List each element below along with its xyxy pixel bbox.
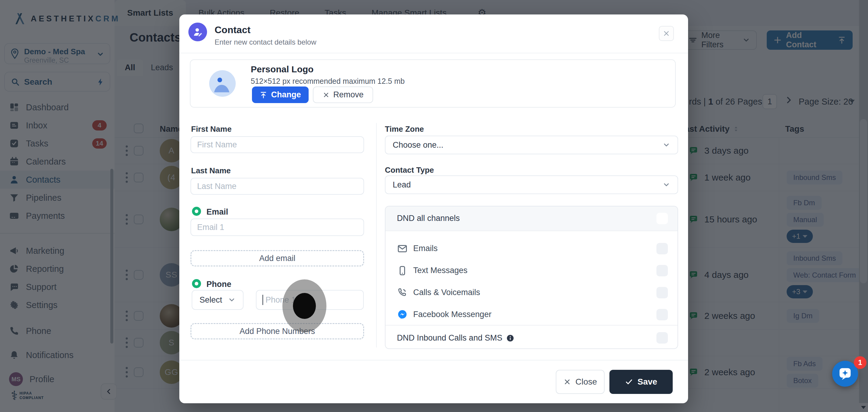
remove-logo-label: Remove (333, 90, 364, 99)
chevron-down-icon (662, 181, 670, 189)
dnd-inbound-row: DND Inbound Calls and SMS (385, 325, 678, 349)
chevron-down-icon (228, 296, 236, 304)
chevron-down-icon (662, 141, 670, 149)
phone-label: Phone (207, 280, 231, 289)
save-button-label: Save (638, 377, 657, 387)
email-placeholder: Email 1 (197, 223, 224, 232)
logo-section-title: Personal Logo (251, 64, 313, 74)
logo-placeholder-avatar (209, 70, 236, 97)
contact-modal: Contact Enter new contact details below … (179, 14, 688, 403)
add-phone-numbers-button[interactable]: Add Phone Numbers (190, 323, 364, 339)
dnd-all-channels-checkbox[interactable] (656, 213, 668, 224)
modal-subtitle: Enter new contact details below (215, 38, 316, 46)
first-name-placeholder: First Name (197, 140, 237, 150)
email-icon (397, 243, 408, 254)
last-name-label: Last Name (191, 166, 231, 176)
dnd-channel-label: Facebook Messenger (413, 310, 492, 319)
time-zone-value: Choose one... (393, 140, 443, 150)
last-name-field[interactable]: Last Name (190, 178, 364, 195)
email-radio[interactable] (192, 207, 201, 216)
time-zone-select[interactable]: Choose one... (385, 136, 678, 154)
calls-icon (397, 287, 408, 298)
dnd-channel-label: Text Messages (413, 266, 467, 275)
contact-modal-icon (188, 23, 207, 41)
dnd-inbound-label: DND Inbound Calls and SMS (397, 333, 502, 343)
phone-radio[interactable] (192, 279, 201, 288)
text-caret (262, 295, 263, 305)
personal-logo-section: Personal Logo 512×512 px recommended max… (190, 59, 676, 107)
time-zone-label: Time Zone (385, 124, 424, 134)
info-icon (506, 334, 515, 342)
change-logo-label: Change (271, 90, 301, 99)
dnd-channel-checkbox[interactable] (656, 287, 668, 298)
modal-close-icon[interactable] (659, 26, 674, 41)
dnd-inbound-checkbox[interactable] (656, 332, 668, 344)
dnd-channel-facebook-messenger: Facebook Messenger (385, 304, 678, 326)
add-email-button[interactable]: Add email (190, 250, 364, 266)
dnd-channel-label: Calls & Voicemails (413, 288, 480, 297)
contact-type-select[interactable]: Lead (385, 176, 678, 194)
contact-type-value: Lead (393, 180, 411, 190)
modal-title: Contact (215, 24, 250, 36)
column-divider (376, 123, 377, 348)
logo-section-hint: 512×512 px recommended maximum 12.5 mb (251, 77, 405, 86)
contact-type-label: Contact Type (385, 165, 434, 175)
first-name-field[interactable]: First Name (190, 136, 364, 153)
header-divider (179, 53, 688, 53)
close-button-label: Close (575, 377, 597, 387)
dnd-channel-checkbox[interactable] (656, 265, 668, 276)
phone-type-value: Select (199, 295, 222, 305)
footer-divider (179, 360, 688, 360)
remove-logo-button[interactable]: Remove (313, 87, 373, 103)
save-button[interactable]: Save (610, 370, 673, 394)
messenger-icon (397, 309, 408, 320)
dnd-channel-calls-voicemails: Calls & Voicemails (385, 282, 678, 304)
last-name-placeholder: Last Name (197, 182, 237, 191)
email-field[interactable]: Email 1 (190, 219, 364, 236)
dnd-channel-checkbox[interactable] (656, 243, 668, 254)
dnd-all-channels-label: DND all channels (397, 214, 460, 223)
dnd-channel-checkbox[interactable] (656, 309, 668, 320)
phone-type-select[interactable]: Select (192, 290, 244, 310)
chat-widget-badge: 1 (854, 356, 867, 369)
dnd-channel-list: EmailsText MessagesCalls & VoicemailsFac… (385, 231, 678, 326)
dnd-channel-text-messages: Text Messages (385, 260, 678, 282)
dnd-channel-emails: Emails (385, 238, 678, 260)
first-name-label: First Name (191, 124, 231, 134)
click-indicator-cursor (293, 293, 316, 319)
email-label: Email (207, 208, 228, 217)
dnd-all-channels-row: DND all channels (385, 207, 678, 231)
close-button[interactable]: Close (556, 370, 604, 394)
change-logo-button[interactable]: Change (252, 87, 309, 103)
dnd-section: DND all channels EmailsText MessagesCall… (385, 206, 678, 349)
sms-icon (397, 265, 408, 276)
dnd-channel-label: Emails (413, 244, 438, 253)
